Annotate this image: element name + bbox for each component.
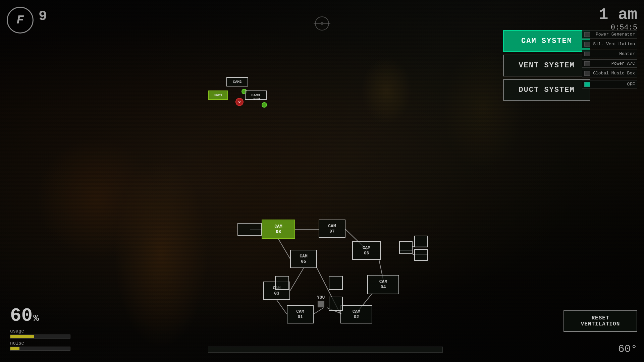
usage-bar-fill (10, 335, 34, 338)
cam-05-node[interactable]: CAM05 (290, 250, 317, 268)
cam-01-node[interactable]: CAM01 (287, 305, 314, 323)
green-dot-cam3 (262, 102, 267, 108)
noise-bar (10, 347, 70, 351)
svg-line-8 (290, 268, 304, 291)
you-node-center: YOU (317, 295, 325, 307)
cam-06-box-b[interactable] (414, 236, 428, 247)
mini-cam-1[interactable]: CAM1 (208, 90, 228, 100)
crosshair (314, 15, 330, 32)
stats-panel: 60% usage noise (10, 305, 70, 352)
temperature-display: 60° (618, 343, 637, 355)
night-counter: 9 (39, 8, 47, 24)
cam-08-node[interactable]: CAM08 (262, 220, 295, 239)
power-ac-indicator (584, 61, 590, 66)
sil-ventilation-indicator (584, 42, 590, 47)
power-generator-indicator (584, 32, 590, 37)
power-percent: 60% (10, 305, 70, 326)
time-hour: 1 am (599, 7, 637, 23)
bottom-progress-bar (208, 347, 443, 353)
cam-06-box-c[interactable] (414, 249, 428, 261)
toggle-panel: Power Generator Sil. Ventilation Heater … (582, 30, 637, 88)
duct-system-button[interactable]: DUCT SYSTEM (503, 79, 590, 101)
system-panel: CAM SYSTEM VENT SYSTEM DUCT SYSTEM (503, 30, 590, 104)
mini-cam-2[interactable]: CAM2 (226, 77, 248, 86)
global-music-box-toggle[interactable]: Global Music Box (582, 69, 637, 77)
connect-box-3 (329, 297, 343, 311)
off-label: OFF (592, 82, 635, 87)
sil-ventilation-label: Sil. Ventilation (592, 42, 635, 47)
cam-system-button[interactable]: CAM SYSTEM (503, 30, 590, 52)
vent-system-button[interactable]: VENT SYSTEM (503, 55, 590, 76)
cam-02-node[interactable]: CAM02 (340, 305, 372, 323)
noise-bar-fill (10, 347, 19, 350)
svg-line-13 (314, 308, 324, 314)
heater-indicator (584, 52, 590, 56)
connect-box-1 (275, 276, 289, 290)
global-music-box-indicator (584, 71, 590, 76)
heater-label: Heater (592, 51, 635, 56)
off-indicator (584, 82, 590, 87)
global-music-box-label: Global Music Box (592, 71, 635, 76)
freddy-logo: F (7, 7, 34, 34)
sil-ventilation-toggle[interactable]: Sil. Ventilation (582, 40, 637, 48)
noise-bar-container: noise (10, 341, 70, 351)
power-generator-toggle[interactable]: Power Generator (582, 30, 637, 39)
cam-06-box-a[interactable] (399, 241, 413, 254)
cam-07-node[interactable]: CAM07 (319, 220, 345, 238)
you-label-upper: YOU (253, 97, 260, 101)
usage-bar (10, 335, 70, 339)
svg-line-10 (277, 300, 287, 314)
red-x-marker: ✕ (235, 98, 244, 106)
svg-line-6 (278, 239, 290, 259)
time-display: 1 am 0:54:5 (599, 7, 637, 32)
usage-bar-container: usage (10, 328, 70, 339)
off-toggle[interactable]: OFF (582, 80, 637, 88)
power-ac-label: Power A/C (592, 61, 635, 66)
usage-label: usage (10, 328, 70, 334)
noise-label: noise (10, 341, 70, 346)
cam-06-node[interactable]: CAM06 (352, 241, 381, 260)
reset-ventilation-button[interactable]: RESET VENTILATION (564, 310, 637, 332)
camera-map: CAM08 CAM07 CAM06 CAM05 CAM04 CAM03 YOU … (208, 147, 443, 342)
cam-08-box-left[interactable] (237, 223, 262, 236)
heater-toggle[interactable]: Heater (582, 50, 637, 58)
connect-box-2 (329, 276, 343, 290)
power-generator-label: Power Generator (592, 32, 635, 37)
freddy-logo-letter: F (16, 13, 24, 27)
cam-04-node[interactable]: CAM04 (367, 275, 399, 294)
power-ac-toggle[interactable]: Power A/C (582, 59, 637, 68)
